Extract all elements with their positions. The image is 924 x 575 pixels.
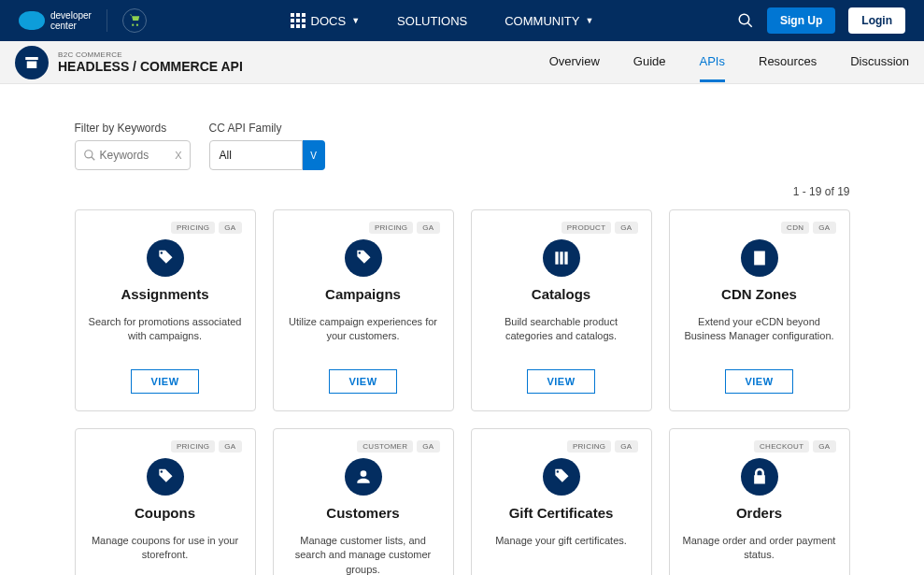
- card-title: Customers: [326, 505, 399, 521]
- svg-line-3: [91, 157, 94, 161]
- filter-family: CC API Family All V: [209, 122, 325, 170]
- api-card: PRICINGGA Assignments Search for promoti…: [75, 209, 256, 411]
- users-icon: [345, 458, 382, 496]
- clear-button[interactable]: X: [175, 150, 181, 161]
- tag-icon: [345, 239, 382, 277]
- tab-overview[interactable]: Overview: [549, 43, 600, 82]
- breadcrumb: B2C COMMERCE: [58, 50, 243, 59]
- columns-icon: [543, 239, 580, 277]
- tag-icon: [147, 239, 184, 277]
- nav-community-label: COMMUNITY: [505, 14, 579, 28]
- view-button[interactable]: VIEW: [131, 369, 198, 394]
- api-card: PRICINGGA Campaigns Utilize campaign exp…: [273, 209, 454, 411]
- subheader-left: B2C COMMERCE HEADLESS / COMMERCE API: [15, 46, 243, 79]
- card-badges: PRICINGGA: [369, 222, 440, 234]
- topnav-left: developer center: [19, 8, 147, 33]
- card-title: Coupons: [135, 505, 195, 521]
- apps-grid-icon: [291, 13, 306, 28]
- tab-guide[interactable]: Guide: [633, 43, 666, 82]
- card-desc: Manage customer lists, and search and ma…: [287, 534, 440, 575]
- login-button[interactable]: Login: [848, 7, 905, 34]
- api-card: PRODUCTGA Catalogs Build searchable prod…: [471, 209, 652, 411]
- badge: GA: [615, 222, 637, 234]
- card-desc: Utilize campaign experiences for your cu…: [287, 315, 440, 358]
- card-badges: CHECKOUTGA: [754, 440, 835, 453]
- family-label: CC API Family: [209, 122, 325, 135]
- keywords-input-wrap: X: [75, 140, 191, 170]
- salesforce-cloud-icon: [19, 11, 45, 30]
- card-desc: Search for promotions associated with ca…: [89, 315, 242, 358]
- nav-solutions-label: SOLUTIONS: [397, 14, 467, 28]
- nav-docs[interactable]: DOCS ▼: [291, 13, 360, 28]
- badge: PRICING: [171, 222, 215, 234]
- logo-text: developer center: [50, 10, 92, 31]
- view-button[interactable]: VIEW: [329, 369, 396, 394]
- logo-text-bottom: center: [50, 21, 92, 31]
- page-icon: [15, 46, 49, 79]
- card-badges: CUSTOMERGA: [357, 440, 439, 453]
- view-button[interactable]: VIEW: [725, 369, 792, 394]
- card-badges: PRICINGGA: [567, 440, 638, 453]
- card-desc: Build searchable product categories and …: [485, 315, 638, 358]
- nav-community[interactable]: COMMUNITY ▼: [505, 14, 593, 28]
- keywords-input[interactable]: [100, 149, 176, 162]
- badge: CDN: [781, 222, 809, 234]
- chevron-down-icon: ▼: [585, 16, 593, 25]
- keywords-label: Filter by Keywords: [75, 122, 191, 135]
- logo[interactable]: developer center: [19, 10, 92, 31]
- card-desc: Extend your eCDN beyond Business Manager…: [683, 315, 836, 358]
- tag-icon: [147, 458, 184, 496]
- svg-line-1: [747, 22, 752, 27]
- badge: PRODUCT: [562, 222, 612, 234]
- card-title: Catalogs: [532, 286, 590, 302]
- logo-text-top: developer: [50, 10, 92, 21]
- family-select[interactable]: All V: [209, 140, 325, 170]
- chevron-down-icon: ▼: [351, 16, 360, 25]
- api-card: CDNGA CDN Zones Extend your eCDN beyond …: [669, 209, 850, 411]
- card-badges: PRODUCTGA: [562, 222, 638, 234]
- tab-resources[interactable]: Resources: [759, 43, 817, 82]
- nav-solutions[interactable]: SOLUTIONS: [397, 14, 467, 28]
- card-badges: PRICINGGA: [171, 440, 242, 453]
- divider: [107, 9, 107, 32]
- top-nav: developer center DOCS ▼ SOLUTIONS COMMUN…: [0, 0, 924, 41]
- badge: GA: [417, 440, 439, 453]
- badge: GA: [219, 222, 241, 234]
- badge: PRICING: [171, 440, 215, 453]
- filters: Filter by Keywords X CC API Family All V: [75, 122, 850, 170]
- card-title: Gift Certificates: [509, 505, 614, 521]
- card-desc: Manage your gift certificates.: [495, 534, 627, 575]
- lock-icon: [741, 458, 778, 496]
- family-dropdown-button[interactable]: V: [303, 140, 325, 170]
- sub-header: B2C COMMERCE HEADLESS / COMMERCE API Ove…: [0, 41, 924, 84]
- badge: CUSTOMER: [357, 440, 413, 453]
- badge: GA: [417, 222, 439, 234]
- page-title: HEADLESS / COMMERCE API: [58, 59, 243, 74]
- filter-keywords: Filter by Keywords X: [75, 122, 191, 170]
- card-desc: Manage order and order payment status.: [683, 534, 836, 575]
- storefront-icon: [23, 54, 40, 71]
- family-value: All: [209, 140, 303, 170]
- svg-point-0: [739, 14, 749, 24]
- signup-button[interactable]: Sign Up: [767, 7, 835, 34]
- tab-discussion[interactable]: Discussion: [850, 43, 909, 82]
- api-card: PRICINGGA Coupons Manage coupons for use…: [75, 428, 256, 575]
- card-badges: PRICINGGA: [171, 222, 242, 234]
- card-badges: CDNGA: [781, 222, 835, 234]
- card-title: Orders: [736, 505, 782, 521]
- view-button[interactable]: VIEW: [527, 369, 594, 394]
- content: Filter by Keywords X CC API Family All V…: [56, 84, 869, 575]
- svg-point-2: [84, 151, 92, 158]
- card-title: Campaigns: [325, 286, 401, 302]
- badge: PRICING: [369, 222, 413, 234]
- badge: GA: [615, 440, 637, 453]
- search-icon[interactable]: [737, 12, 754, 29]
- nav-docs-label: DOCS: [311, 14, 347, 28]
- card-desc: Manage coupons for use in your storefron…: [89, 534, 242, 575]
- tab-apis[interactable]: APIs: [700, 43, 725, 82]
- badge: CHECKOUT: [754, 440, 809, 453]
- commerce-icon-circle[interactable]: [122, 8, 147, 33]
- api-card: PRICINGGA Gift Certificates Manage your …: [471, 428, 652, 575]
- api-card: CUSTOMERGA Customers Manage customer lis…: [273, 428, 454, 575]
- page-titles: B2C COMMERCE HEADLESS / COMMERCE API: [58, 50, 243, 74]
